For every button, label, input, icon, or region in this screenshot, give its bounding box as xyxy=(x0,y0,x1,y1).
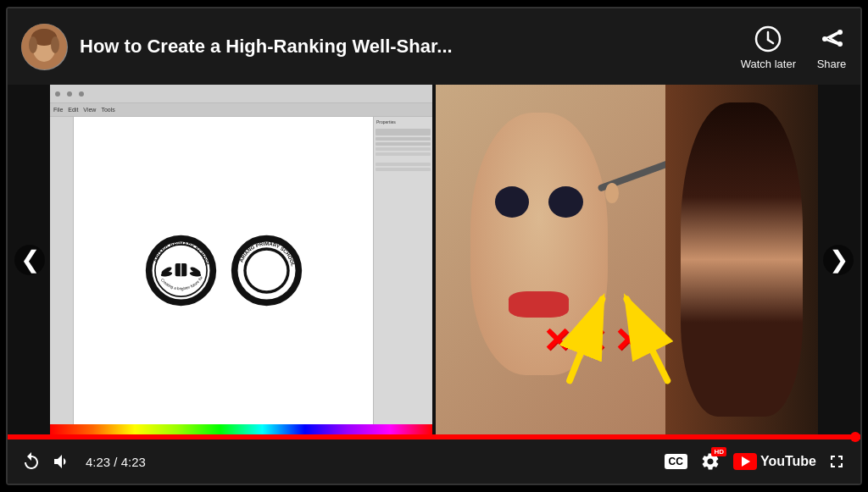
color-palette xyxy=(50,424,432,434)
arrows-overlay xyxy=(504,249,749,406)
progress-fill xyxy=(8,434,860,439)
school-logo-outline: ARIANG PRIMARY SCHOOL xyxy=(231,235,303,307)
school-logo-filled: ARIANG PRIMARY SCHOOL xyxy=(145,235,217,307)
share-label: Share xyxy=(817,58,847,70)
bottom-controls: 4:23 / 4:23 CC HD YouTube xyxy=(8,439,860,484)
svg-point-4 xyxy=(29,36,37,53)
cc-button[interactable]: CC xyxy=(665,454,687,469)
watch-later-label: Watch later xyxy=(741,58,796,70)
next-arrow[interactable]: ❯ xyxy=(823,245,854,275)
progress-bar[interactable] xyxy=(8,434,860,439)
cc-label[interactable]: CC xyxy=(665,454,687,469)
settings-button[interactable]: HD xyxy=(698,449,723,474)
prev-arrow[interactable]: ❮ xyxy=(14,245,45,275)
hd-badge: HD xyxy=(711,447,726,456)
ds-canvas: ARIANG PRIMARY SCHOOL xyxy=(74,117,373,424)
fullscreen-button[interactable] xyxy=(826,451,847,472)
replay-button[interactable] xyxy=(21,451,42,472)
ds-sidebar xyxy=(50,117,74,424)
ds-menubar: File Edit View Tools xyxy=(50,103,432,117)
youtube-logo[interactable]: YouTube xyxy=(733,453,816,470)
progress-dot xyxy=(850,432,860,442)
ds-menu-tools: Tools xyxy=(101,107,114,113)
ds-menu-view: View xyxy=(83,107,96,113)
ds-rightpanel: Properties xyxy=(373,117,432,424)
design-software-preview: File Edit View Tools xyxy=(50,85,432,434)
thumbnail-left[interactable]: File Edit View Tools xyxy=(50,85,432,434)
ds-menu-file: File xyxy=(53,107,63,113)
video-title: How to Create a High-Ranking Well-Shar..… xyxy=(80,36,727,58)
svg-point-5 xyxy=(51,36,59,53)
ds-toolbar xyxy=(50,85,432,103)
video-area: ❮ File Edit View Tools xyxy=(8,85,860,434)
ds-body: ARIANG PRIMARY SCHOOL xyxy=(50,117,432,424)
svg-point-29 xyxy=(246,251,287,291)
thumbnails-row: File Edit View Tools xyxy=(8,85,860,434)
brush-tip xyxy=(605,183,619,204)
top-bar: How to Create a High-Ranking Well-Shar..… xyxy=(8,8,860,85)
yellow-arrows-svg xyxy=(504,249,749,406)
avatar[interactable] xyxy=(21,24,68,70)
volume-button[interactable] xyxy=(52,451,72,472)
ds-menu-edit: Edit xyxy=(68,107,78,113)
ds-dot3 xyxy=(79,91,84,97)
youtube-label: YouTube xyxy=(760,454,816,469)
ds-dot2 xyxy=(67,91,72,97)
svg-line-8 xyxy=(768,40,773,43)
watch-later-button[interactable]: Watch later xyxy=(741,24,796,70)
ds-dot1 xyxy=(55,91,60,97)
youtube-icon xyxy=(733,453,757,470)
video-player: How to Create a High-Ranking Well-Shar..… xyxy=(6,7,862,485)
thumbnail-right[interactable]: ✕ ✕ ✕ xyxy=(436,85,818,434)
time-display: 4:23 / 4:23 xyxy=(86,455,146,469)
share-button[interactable]: Share xyxy=(816,24,847,70)
top-actions: Watch later Share xyxy=(741,24,847,70)
